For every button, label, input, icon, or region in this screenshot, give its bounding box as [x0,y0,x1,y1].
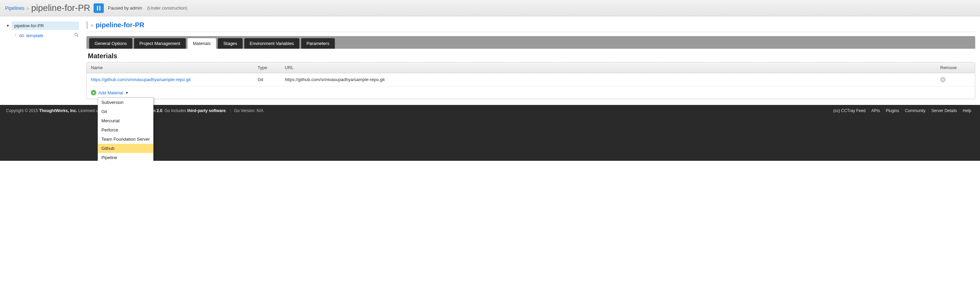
go-version: Go Version: N/A [234,108,263,113]
status-note: (Under construction) [147,5,187,11]
tabs-bar: General OptionsProject ManagementMateria… [86,36,975,49]
table-header-row: Name Type URL Remove [87,62,975,73]
col-header-name: Name [91,65,258,70]
chevron-down-icon[interactable]: ▼ [125,91,129,95]
material-type: Git [258,77,285,83]
footer-link-server-details[interactable]: Server Details [929,108,960,113]
tab-stages[interactable]: Stages [218,38,242,49]
tree-branch-icon: └ [14,33,17,38]
materials-table: Name Type URL Remove https://github.com/… [86,62,975,99]
col-header-type: Type [258,65,285,70]
template-icon [18,34,24,38]
material-url: https://github.com/srinivasupadhya/sampl… [285,77,940,83]
paused-by-text: Paused by admin [108,5,142,11]
sidebar: ▼ pipeline-for-PR └ template [0,16,82,105]
main-header-title: pipeline-for-PR [95,21,144,29]
footer-link--cc-cctray-feed[interactable]: (cc) CCTray Feed [830,108,869,113]
tab-environment-variables[interactable]: Environment Variables [244,38,299,49]
company-name: ThoughtWorks, Inc. [39,108,77,113]
tree-collapse-icon[interactable]: ▼ [6,24,10,27]
includes-prefix: . Go includes [162,108,187,113]
header-arrows-icon: » [91,22,94,28]
search-icon[interactable] [74,33,79,38]
tab-parameters[interactable]: Parameters [301,38,335,49]
header-accent-bar [86,21,88,29]
dropdown-item-git[interactable]: Git [98,107,153,116]
footer-links: (cc) CCTray FeedAPIsPluginsCommunityServ… [830,108,974,113]
footer-divider: | [230,108,231,113]
table-footer: + Add Material ▼ SubversionGitMercurialP… [87,86,975,99]
top-header: Pipelines » pipeline-for-PR Paused by ad… [0,0,980,16]
add-material-link[interactable]: Add Material [98,90,123,96]
tab-materials[interactable]: Materials [188,38,216,49]
section-title: Materials [88,52,975,60]
main-header: » pipeline-for-PR [86,21,975,32]
tree-pipeline-node[interactable]: pipeline-for-PR [11,21,79,30]
remove-icon[interactable]: × [940,77,946,83]
svg-point-2 [22,35,24,37]
third-party-link[interactable]: third-party software [187,108,226,113]
add-material-dropdown: SubversionGitMercurialPerforceTeam Found… [98,97,153,161]
tab-general-options[interactable]: General Options [89,38,132,49]
dropdown-item-mercurial[interactable]: Mercurial [98,116,153,125]
dropdown-item-team-foundation-server[interactable]: Team Foundation Server [98,134,153,144]
dropdown-item-subversion[interactable]: Subversion [98,98,153,107]
dropdown-item-github[interactable]: Github [98,144,153,153]
footer-link-community[interactable]: Community [902,108,929,113]
copyright-prefix: Copyright © 2015 [6,108,39,113]
dropdown-item-pipeline[interactable]: Pipeline [98,153,153,161]
pause-icon [97,6,100,11]
pause-button[interactable] [94,3,104,13]
add-icon: + [91,90,96,96]
svg-line-4 [77,36,79,37]
col-header-remove: Remove [940,65,971,70]
footer-link-apis[interactable]: APIs [869,108,883,113]
footer-link-help[interactable]: Help [960,108,974,113]
svg-point-3 [75,33,78,36]
tab-project-management[interactable]: Project Management [134,38,186,49]
dropdown-item-perforce[interactable]: Perforce [98,125,153,134]
main-content: » pipeline-for-PR General OptionsProject… [82,16,980,105]
template-link[interactable]: template [26,33,43,38]
breadcrumb-pipelines-link[interactable]: Pipelines [5,5,24,11]
breadcrumb-separator: » [27,5,29,11]
col-header-url: URL [285,65,940,70]
table-row: https://github.com/srinivasupadhya/sampl… [87,73,975,86]
page-title: pipeline-for-PR [31,3,90,13]
material-name-link[interactable]: https://github.com/srinivasupadhya/sampl… [91,77,191,82]
footer-link-plugins[interactable]: Plugins [883,108,902,113]
